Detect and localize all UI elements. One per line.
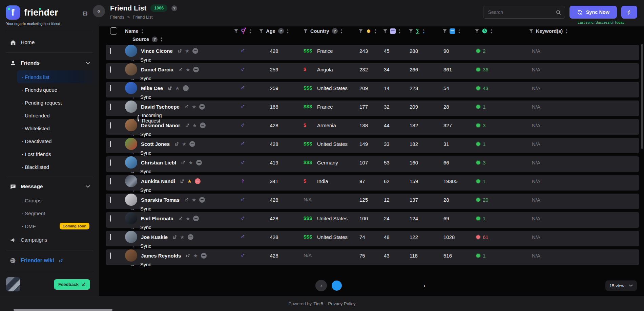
source-cell[interactable]: → Sync	[110, 262, 130, 267]
sort-icon[interactable]: ▲▼	[565, 28, 568, 34]
friend-name[interactable]: Daniel Garcia	[141, 67, 173, 72]
star-icon[interactable]: ★	[182, 141, 186, 147]
help-icon[interactable]: ?	[171, 5, 177, 11]
total-column-icon[interactable]: ∑	[416, 28, 420, 34]
source-cell[interactable]: → Sync	[110, 169, 130, 174]
sort-icon[interactable]: ▲▼	[490, 28, 493, 34]
page-button[interactable]	[406, 281, 416, 291]
sidebar-item-campaigns[interactable]: Campaigns	[0, 232, 99, 247]
external-link-icon[interactable]	[178, 67, 183, 72]
external-link-icon[interactable]	[180, 179, 184, 183]
external-link-icon[interactable]	[168, 86, 172, 90]
sidebar-subitem[interactable]: - Groups	[17, 194, 99, 207]
filter-icon[interactable]	[304, 29, 308, 33]
star-icon[interactable]: ★	[193, 253, 198, 258]
table-row[interactable]: Desmond Nanor ★ ♂ 428 $ Armenia 138 44 1…	[106, 119, 639, 135]
sync-now-button[interactable]: Sync Now	[569, 6, 617, 19]
friend-name[interactable]: Scott Jones	[141, 141, 170, 147]
star-icon[interactable]: ★	[192, 123, 197, 128]
friend-name[interactable]: David Tschoepe	[141, 104, 180, 110]
sidebar-subitem[interactable]: - Friends queue	[17, 83, 99, 96]
friend-name[interactable]: Christian Liebl	[141, 160, 176, 165]
filter-icon[interactable]	[443, 29, 447, 33]
sort-icon[interactable]: ▲▼	[458, 28, 460, 34]
sidebar-subitem[interactable]: - Friends list	[17, 70, 99, 83]
star-icon[interactable]: ★	[188, 160, 193, 165]
friend-name[interactable]: Earl Flormata	[141, 216, 173, 221]
prev-page-button[interactable]: ‹	[315, 280, 327, 291]
row-checkbox[interactable]	[110, 48, 111, 54]
sort-icon[interactable]: ▲▼	[160, 37, 163, 42]
block-icon[interactable]	[199, 104, 205, 110]
sidebar-subitem[interactable]: - Segment	[17, 207, 99, 220]
row-checkbox[interactable]	[110, 85, 111, 91]
block-icon[interactable]	[192, 48, 198, 54]
gender-column-icon[interactable]: ⚥	[241, 27, 246, 35]
table-row[interactable]: Snarskis Tomas ★ ♂ 428 N/A 125 12 137 28…	[106, 194, 639, 209]
block-icon[interactable]	[193, 67, 199, 72]
star-icon[interactable]: ★	[180, 235, 184, 240]
tier5-link[interactable]: Tier5	[313, 301, 323, 306]
help-icon[interactable]: ?	[332, 28, 338, 34]
sort-icon[interactable]: ▲▼	[398, 28, 401, 34]
page-button[interactable]	[376, 281, 387, 291]
filter-icon[interactable]	[359, 29, 363, 33]
next-page-button[interactable]: ›	[421, 282, 427, 289]
star-icon[interactable]: ★	[192, 104, 196, 109]
star-icon[interactable]: ★	[187, 179, 192, 184]
breadcrumb-parent[interactable]: Friends	[110, 15, 124, 20]
sort-icon[interactable]: ▲▼	[249, 28, 251, 34]
table-row[interactable]: Christian Liebl ★ ♂ 419 $$$ Germany 107 …	[106, 156, 639, 172]
messages-column-icon[interactable]	[450, 28, 455, 34]
block-icon[interactable]	[196, 160, 202, 165]
select-all-checkbox[interactable]	[110, 27, 117, 35]
search-icon[interactable]	[556, 9, 561, 15]
sidebar-collapse-button[interactable]: «	[93, 5, 105, 17]
reactions-column-icon[interactable]: ☻	[366, 28, 372, 34]
filter-icon[interactable]	[475, 29, 479, 33]
filter-icon[interactable]	[383, 29, 387, 33]
row-checkbox[interactable]	[110, 252, 111, 259]
feedback-button[interactable]: Feedback	[54, 279, 90, 290]
source-cell[interactable]: → Sync	[110, 187, 130, 193]
filter-icon[interactable]	[529, 29, 533, 33]
star-icon[interactable]: ★	[186, 216, 190, 221]
row-checkbox[interactable]	[110, 66, 111, 73]
filter-icon[interactable]	[409, 29, 413, 33]
help-icon[interactable]: ?	[152, 37, 158, 42]
sidebar-item-friender-wiki[interactable]: Friender wiki	[0, 253, 99, 268]
table-row[interactable]: Earl Flormata ★ ♂ 428 $$$ United States …	[106, 212, 639, 228]
block-icon[interactable]	[189, 141, 195, 147]
source-cell[interactable]: → Sync	[110, 94, 130, 100]
horizontal-scrollbar[interactable]	[14, 309, 112, 311]
block-icon[interactable]	[199, 197, 205, 203]
column-country-label[interactable]: Country	[310, 28, 329, 34]
sidebar-section-friends[interactable]: Friends	[0, 55, 99, 70]
table-row[interactable]: Daniel Garcia ★ ♂ 259 $ Angola 232 34 26…	[106, 63, 639, 79]
source-cell[interactable]: → Sync	[110, 131, 130, 137]
external-link-icon[interactable]	[186, 253, 190, 258]
table-row[interactable]: David Tschoepe ★ ♂ 168 $$$ France 177 32…	[106, 101, 639, 116]
comments-column-icon[interactable]	[390, 28, 396, 34]
row-checkbox[interactable]	[110, 141, 111, 147]
external-link-icon[interactable]	[172, 235, 177, 239]
user-avatar[interactable]	[6, 277, 20, 291]
table-row[interactable]: Joe Kuskie ★ ♂ 428 $$$ United States 74 …	[106, 231, 639, 246]
gear-icon[interactable]: ⚙	[82, 9, 88, 18]
sort-icon[interactable]: ▲▼	[374, 28, 377, 34]
vertical-scrollbar[interactable]	[641, 44, 643, 149]
source-cell[interactable]: → Sync	[110, 206, 130, 212]
row-checkbox[interactable]	[110, 215, 111, 222]
bolt-button[interactable]	[621, 6, 637, 19]
table-row[interactable]: Vince Cicone ★ ♂ 428 $$$ France 243 45 2…	[106, 45, 639, 60]
filter-icon[interactable]	[259, 29, 263, 33]
source-cell[interactable]: → Sync	[110, 243, 130, 249]
friend-name[interactable]: James Reynolds	[141, 253, 181, 259]
clock-column-icon[interactable]	[482, 28, 487, 34]
star-icon[interactable]: ★	[192, 197, 196, 202]
row-checkbox[interactable]	[110, 197, 111, 203]
sidebar-subitem[interactable]: - Deactivated	[17, 135, 99, 148]
sidebar-subitem[interactable]: - Unfriended	[17, 109, 99, 122]
page-button[interactable]	[332, 281, 342, 291]
row-checkbox[interactable]	[110, 104, 111, 110]
